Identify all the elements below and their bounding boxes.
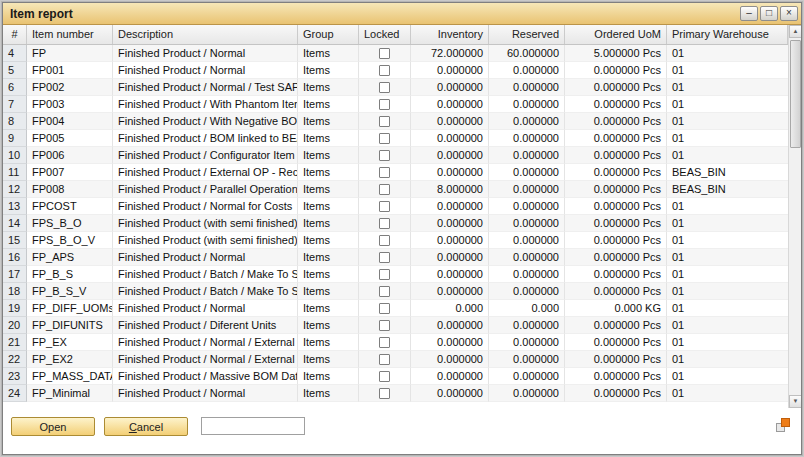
cell-ordered[interactable]: 0.000000 Pcs — [565, 232, 667, 249]
cell-warehouse[interactable]: 01 — [667, 215, 801, 232]
table-row[interactable]: 13FPCOSTFinished Product / Normal for Co… — [3, 198, 801, 215]
cell-locked[interactable] — [359, 164, 411, 181]
cell-reserved[interactable]: 0.000000 — [489, 368, 565, 385]
cell-locked[interactable] — [359, 232, 411, 249]
cell-description[interactable]: Finished Product (with semi finished) / — [113, 215, 298, 232]
cell-locked[interactable] — [359, 283, 411, 300]
cell-item_number[interactable]: FP_B_S_V — [27, 283, 113, 300]
cell-num[interactable]: 7 — [3, 96, 27, 113]
cell-group[interactable]: Items — [298, 334, 359, 351]
cell-inventory[interactable]: 0.000000 — [411, 215, 489, 232]
cell-reserved[interactable]: 0.000000 — [489, 147, 565, 164]
cell-num[interactable]: 16 — [3, 249, 27, 266]
cell-locked[interactable] — [359, 181, 411, 198]
cell-ordered[interactable]: 0.000000 Pcs — [565, 215, 667, 232]
column-header-description[interactable]: Description — [113, 25, 298, 44]
vertical-scrollbar[interactable]: ▲ ▼ — [788, 25, 801, 408]
cell-inventory[interactable]: 0.000000 — [411, 62, 489, 79]
cell-locked[interactable] — [359, 215, 411, 232]
locked-checkbox[interactable] — [379, 99, 390, 110]
cell-ordered[interactable]: 0.000000 Pcs — [565, 334, 667, 351]
cell-reserved[interactable]: 0.000000 — [489, 266, 565, 283]
cell-warehouse[interactable]: BEAS_BIN — [667, 181, 801, 198]
cell-reserved[interactable]: 0.000000 — [489, 164, 565, 181]
column-header-ordered[interactable]: Ordered UoM — [565, 25, 667, 44]
cell-inventory[interactable]: 0.000000 — [411, 368, 489, 385]
cell-description[interactable]: Finished Product / Normal — [113, 249, 298, 266]
locked-checkbox[interactable] — [379, 337, 390, 348]
cell-num[interactable]: 13 — [3, 198, 27, 215]
cell-item_number[interactable]: FP006 — [27, 147, 113, 164]
cell-ordered[interactable]: 0.000000 Pcs — [565, 164, 667, 181]
cell-num[interactable]: 4 — [3, 45, 27, 62]
locked-checkbox[interactable] — [379, 201, 390, 212]
cell-num[interactable]: 22 — [3, 351, 27, 368]
cell-description[interactable]: Finished Product / Diferent Units — [113, 317, 298, 334]
cell-inventory[interactable]: 0.000000 — [411, 317, 489, 334]
locked-checkbox[interactable] — [379, 167, 390, 178]
cell-group[interactable]: Items — [298, 215, 359, 232]
cell-reserved[interactable]: 0.000000 — [489, 317, 565, 334]
cell-inventory[interactable]: 0.000000 — [411, 351, 489, 368]
cell-reserved[interactable]: 0.000000 — [489, 181, 565, 198]
cell-warehouse[interactable]: 01 — [667, 62, 801, 79]
cell-group[interactable]: Items — [298, 164, 359, 181]
cell-item_number[interactable]: FP007 — [27, 164, 113, 181]
cell-locked[interactable] — [359, 147, 411, 164]
cell-ordered[interactable]: 0.000 KG — [565, 300, 667, 317]
cell-reserved[interactable]: 0.000000 — [489, 198, 565, 215]
cell-warehouse[interactable]: 01 — [667, 385, 801, 402]
cell-warehouse[interactable]: 01 — [667, 317, 801, 334]
cell-description[interactable]: Finished Product / With Negative BOM — [113, 113, 298, 130]
cell-description[interactable]: Finished Product / Parallel Operations — [113, 181, 298, 198]
cell-group[interactable]: Items — [298, 130, 359, 147]
cell-reserved[interactable]: 0.000000 — [489, 351, 565, 368]
cell-reserved[interactable]: 0.000000 — [489, 96, 565, 113]
cell-num[interactable]: 21 — [3, 334, 27, 351]
cell-locked[interactable] — [359, 368, 411, 385]
cell-description[interactable]: Finished Product / BOM linked to BEAS — [113, 130, 298, 147]
table-row[interactable]: 19FP_DIFF_UOMsFinished Product / NormalI… — [3, 300, 801, 317]
table-row[interactable]: 23FP_MASS_DATAFinished Product / Massive… — [3, 368, 801, 385]
cell-description[interactable]: Finished Product / Normal / External O — [113, 334, 298, 351]
cell-inventory[interactable]: 0.000000 — [411, 130, 489, 147]
cell-locked[interactable] — [359, 300, 411, 317]
cell-description[interactable]: Finished Product / Massive BOM Data — [113, 368, 298, 385]
cell-num[interactable]: 5 — [3, 62, 27, 79]
locked-checkbox[interactable] — [379, 286, 390, 297]
cell-num[interactable]: 12 — [3, 181, 27, 198]
table-row[interactable]: 24FP_MinimalFinished Product / NormalIte… — [3, 385, 801, 402]
table-row[interactable]: 8FP004Finished Product / With Negative B… — [3, 113, 801, 130]
cell-item_number[interactable]: FPS_B_O_V — [27, 232, 113, 249]
table-row[interactable]: 7FP003Finished Product / With Phantom It… — [3, 96, 801, 113]
cell-reserved[interactable]: 0.000000 — [489, 113, 565, 130]
cell-inventory[interactable]: 0.000000 — [411, 198, 489, 215]
locked-checkbox[interactable] — [379, 303, 390, 314]
cell-item_number[interactable]: FP — [27, 45, 113, 62]
cell-item_number[interactable]: FP001 — [27, 62, 113, 79]
table-row[interactable]: 5FP001Finished Product / NormalItems0.00… — [3, 62, 801, 79]
locked-checkbox[interactable] — [379, 116, 390, 127]
cell-ordered[interactable]: 0.000000 Pcs — [565, 266, 667, 283]
cell-locked[interactable] — [359, 351, 411, 368]
locked-checkbox[interactable] — [379, 235, 390, 246]
cell-item_number[interactable]: FP_MASS_DATA — [27, 368, 113, 385]
open-button[interactable]: Open — [11, 417, 95, 436]
cell-locked[interactable] — [359, 62, 411, 79]
table-row[interactable]: 14FPS_B_OFinished Product (with semi fin… — [3, 215, 801, 232]
table-row[interactable]: 16FP_APSFinished Product / NormalItems0.… — [3, 249, 801, 266]
cell-ordered[interactable]: 0.000000 Pcs — [565, 198, 667, 215]
cell-reserved[interactable]: 60.000000 — [489, 45, 565, 62]
cell-ordered[interactable]: 0.000000 Pcs — [565, 62, 667, 79]
locked-checkbox[interactable] — [379, 354, 390, 365]
minimize-button[interactable]: – — [740, 6, 758, 21]
cell-warehouse[interactable]: 01 — [667, 232, 801, 249]
cell-warehouse[interactable]: 01 — [667, 198, 801, 215]
table-row[interactable]: 4FPFinished Product / NormalItems72.0000… — [3, 45, 801, 62]
cell-item_number[interactable]: FP_DIFUNITS — [27, 317, 113, 334]
cell-warehouse[interactable]: 01 — [667, 45, 801, 62]
column-header-num[interactable]: # — [3, 25, 27, 44]
cell-group[interactable]: Items — [298, 351, 359, 368]
cell-locked[interactable] — [359, 45, 411, 62]
cell-inventory[interactable]: 0.000000 — [411, 79, 489, 96]
